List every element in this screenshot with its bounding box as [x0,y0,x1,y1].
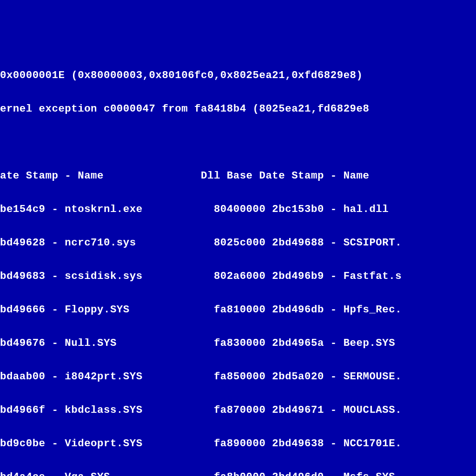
module-row: bd49628 - ncrc710.sys 8025c000 2bd49688 … [0,234,476,251]
module-row: bdaab00 - i8042prt.SYS fa850000 2bd5a020… [0,368,476,385]
error-code-line: 0x0000001E (0x80000003,0x80106fc0,0x8025… [0,67,476,84]
bsod-screen: 0x0000001E (0x80000003,0x80106fc0,0x8025… [0,50,476,476]
module-row: bd49666 - Floppy.SYS fa810000 2bd496db -… [0,301,476,318]
module-row: bd4a4ce - Vga.SYS fa8b0000 2bd496d0 - Ms… [0,469,476,476]
module-row: bd9c0be - Videoprt.SYS fa890000 2bd49638… [0,435,476,452]
module-row: bd49676 - Null.SYS fa830000 2bd4965a - B… [0,335,476,351]
module-row: bd49683 - scsidisk.sys 802a6000 2bd496b9… [0,268,476,284]
module-row: be154c9 - ntoskrnl.exe 80400000 2bc153b0… [0,201,476,218]
blank [0,134,476,151]
module-table-header: ate Stamp - Name Dll Base Date Stamp - N… [0,167,476,184]
exception-line: ernel exception c0000047 from fa8418b4 (… [0,100,476,117]
module-row: bd4966f - kbdclass.SYS fa870000 2bd49671… [0,402,476,418]
